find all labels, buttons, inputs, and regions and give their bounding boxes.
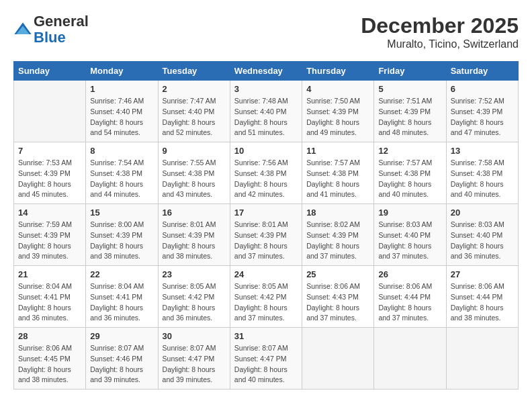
day-info: Sunrise: 8:07 AMSunset: 4:47 PMDaylight:… — [234, 343, 298, 385]
day-info: Sunrise: 7:47 AMSunset: 4:40 PMDaylight:… — [163, 96, 226, 138]
calendar-cell: 26Sunrise: 8:06 AMSunset: 4:44 PMDayligh… — [374, 266, 446, 328]
calendar-cell: 13Sunrise: 7:58 AMSunset: 4:38 PMDayligh… — [446, 142, 518, 204]
calendar-cell: 29Sunrise: 8:07 AMSunset: 4:46 PMDayligh… — [86, 328, 158, 390]
day-number: 17 — [234, 208, 298, 218]
day-number: 22 — [90, 269, 153, 279]
day-info: Sunrise: 8:00 AMSunset: 4:39 PMDaylight:… — [90, 220, 153, 262]
day-info: Sunrise: 8:06 AMSunset: 4:44 PMDaylight:… — [451, 281, 514, 324]
day-info: Sunrise: 7:50 AMSunset: 4:39 PMDaylight:… — [306, 96, 369, 138]
page-subtitle: Muralto, Ticino, Switzerland — [361, 38, 519, 50]
day-number: 29 — [90, 331, 153, 341]
logo-general: General — [34, 13, 89, 30]
day-info: Sunrise: 7:57 AMSunset: 4:38 PMDaylight:… — [306, 158, 369, 200]
day-number: 16 — [163, 208, 226, 218]
calendar-cell: 4Sunrise: 7:50 AMSunset: 4:39 PMDaylight… — [302, 81, 374, 142]
day-number: 18 — [306, 208, 369, 218]
calendar-cell: 7Sunrise: 7:53 AMSunset: 4:39 PMDaylight… — [14, 142, 86, 204]
day-info: Sunrise: 7:55 AMSunset: 4:38 PMDaylight:… — [163, 158, 226, 200]
day-number: 28 — [18, 331, 81, 341]
calendar-cell: 12Sunrise: 7:57 AMSunset: 4:38 PMDayligh… — [374, 142, 446, 204]
calendar-cell — [302, 328, 374, 390]
day-number: 9 — [163, 146, 226, 156]
day-info: Sunrise: 8:07 AMSunset: 4:46 PMDaylight:… — [90, 343, 153, 385]
calendar-cell: 27Sunrise: 8:06 AMSunset: 4:44 PMDayligh… — [446, 266, 518, 328]
day-number: 13 — [451, 146, 514, 156]
day-number: 30 — [163, 331, 226, 341]
day-info: Sunrise: 8:06 AMSunset: 4:43 PMDaylight:… — [306, 281, 369, 324]
day-number: 15 — [90, 208, 153, 218]
day-number: 7 — [18, 146, 81, 156]
logo: General Blue — [13, 13, 89, 46]
day-number: 6 — [451, 84, 514, 94]
calendar-body: 1Sunrise: 7:46 AMSunset: 4:40 PMDaylight… — [14, 81, 519, 390]
header-day-friday: Friday — [374, 62, 446, 81]
day-info: Sunrise: 7:48 AMSunset: 4:40 PMDaylight:… — [234, 96, 298, 138]
calendar-cell: 5Sunrise: 7:51 AMSunset: 4:39 PMDaylight… — [374, 81, 446, 142]
day-number: 24 — [234, 269, 298, 279]
calendar-cell — [446, 328, 518, 390]
day-number: 2 — [163, 84, 226, 94]
day-info: Sunrise: 8:06 AMSunset: 4:44 PMDaylight:… — [378, 281, 441, 324]
header-row: SundayMondayTuesdayWednesdayThursdayFrid… — [14, 62, 519, 81]
logo-icon — [13, 20, 32, 39]
day-info: Sunrise: 7:52 AMSunset: 4:39 PMDaylight:… — [451, 96, 514, 138]
calendar-cell: 14Sunrise: 7:59 AMSunset: 4:39 PMDayligh… — [14, 204, 86, 266]
day-number: 5 — [378, 84, 441, 94]
calendar-cell: 28Sunrise: 8:06 AMSunset: 4:45 PMDayligh… — [14, 328, 86, 390]
header-day-tuesday: Tuesday — [158, 62, 230, 81]
day-info: Sunrise: 7:54 AMSunset: 4:38 PMDaylight:… — [90, 158, 153, 200]
day-number: 14 — [18, 208, 81, 218]
logo-text: General Blue — [34, 13, 89, 46]
calendar-cell: 9Sunrise: 7:55 AMSunset: 4:38 PMDaylight… — [158, 142, 230, 204]
title-block: December 2025 Muralto, Ticino, Switzerla… — [361, 13, 519, 50]
calendar-cell: 2Sunrise: 7:47 AMSunset: 4:40 PMDaylight… — [158, 81, 230, 142]
calendar-cell: 31Sunrise: 8:07 AMSunset: 4:47 PMDayligh… — [230, 328, 302, 390]
day-number: 31 — [234, 331, 298, 341]
day-info: Sunrise: 7:59 AMSunset: 4:39 PMDaylight:… — [18, 220, 81, 262]
calendar-week-4: 28Sunrise: 8:06 AMSunset: 4:45 PMDayligh… — [14, 328, 519, 390]
calendar-cell: 24Sunrise: 8:05 AMSunset: 4:42 PMDayligh… — [230, 266, 302, 328]
page-title: December 2025 — [361, 13, 519, 38]
logo-blue: Blue — [34, 29, 66, 46]
calendar-cell: 22Sunrise: 8:04 AMSunset: 4:41 PMDayligh… — [86, 266, 158, 328]
day-info: Sunrise: 7:51 AMSunset: 4:39 PMDaylight:… — [378, 96, 441, 138]
calendar-cell: 15Sunrise: 8:00 AMSunset: 4:39 PMDayligh… — [86, 204, 158, 266]
header-day-wednesday: Wednesday — [230, 62, 302, 81]
calendar-cell: 11Sunrise: 7:57 AMSunset: 4:38 PMDayligh… — [302, 142, 374, 204]
day-number: 4 — [306, 84, 369, 94]
calendar-week-2: 14Sunrise: 7:59 AMSunset: 4:39 PMDayligh… — [14, 204, 519, 266]
header-day-saturday: Saturday — [446, 62, 518, 81]
day-number: 19 — [378, 208, 441, 218]
calendar-cell: 3Sunrise: 7:48 AMSunset: 4:40 PMDaylight… — [230, 81, 302, 142]
calendar-cell: 1Sunrise: 7:46 AMSunset: 4:40 PMDaylight… — [86, 81, 158, 142]
day-number: 10 — [234, 146, 298, 156]
day-info: Sunrise: 8:04 AMSunset: 4:41 PMDaylight:… — [18, 281, 81, 324]
calendar-table: SundayMondayTuesdayWednesdayThursdayFrid… — [13, 61, 519, 390]
header-day-sunday: Sunday — [14, 62, 86, 81]
header-day-thursday: Thursday — [302, 62, 374, 81]
calendar-cell: 6Sunrise: 7:52 AMSunset: 4:39 PMDaylight… — [446, 81, 518, 142]
calendar-cell — [374, 328, 446, 390]
day-number: 27 — [451, 269, 514, 279]
calendar-header: SundayMondayTuesdayWednesdayThursdayFrid… — [14, 62, 519, 81]
day-number: 25 — [306, 269, 369, 279]
calendar-cell: 20Sunrise: 8:03 AMSunset: 4:40 PMDayligh… — [446, 204, 518, 266]
day-info: Sunrise: 8:03 AMSunset: 4:40 PMDaylight:… — [451, 220, 514, 262]
day-info: Sunrise: 8:04 AMSunset: 4:41 PMDaylight:… — [90, 281, 153, 324]
calendar-cell: 19Sunrise: 8:03 AMSunset: 4:40 PMDayligh… — [374, 204, 446, 266]
day-number: 11 — [306, 146, 369, 156]
day-info: Sunrise: 8:01 AMSunset: 4:39 PMDaylight:… — [163, 220, 226, 262]
day-info: Sunrise: 8:02 AMSunset: 4:39 PMDaylight:… — [306, 220, 369, 262]
calendar-cell: 10Sunrise: 7:56 AMSunset: 4:38 PMDayligh… — [230, 142, 302, 204]
day-number: 23 — [163, 269, 226, 279]
day-info: Sunrise: 8:01 AMSunset: 4:39 PMDaylight:… — [234, 220, 298, 262]
day-info: Sunrise: 7:56 AMSunset: 4:38 PMDaylight:… — [234, 158, 298, 200]
calendar-cell — [14, 81, 86, 142]
day-number: 20 — [451, 208, 514, 218]
day-number: 1 — [90, 84, 153, 94]
day-info: Sunrise: 7:58 AMSunset: 4:38 PMDaylight:… — [451, 158, 514, 200]
calendar-cell: 21Sunrise: 8:04 AMSunset: 4:41 PMDayligh… — [14, 266, 86, 328]
calendar-week-3: 21Sunrise: 8:04 AMSunset: 4:41 PMDayligh… — [14, 266, 519, 328]
calendar-cell: 25Sunrise: 8:06 AMSunset: 4:43 PMDayligh… — [302, 266, 374, 328]
calendar-cell: 8Sunrise: 7:54 AMSunset: 4:38 PMDaylight… — [86, 142, 158, 204]
